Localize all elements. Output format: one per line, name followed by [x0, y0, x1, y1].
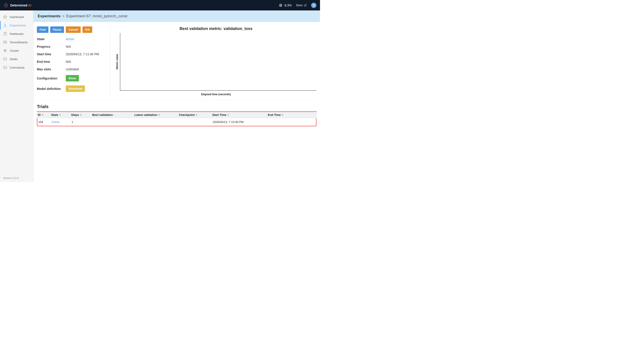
col-state[interactable]: State⇅	[51, 113, 71, 116]
trials-table-header: ID⇅ State⇅ Steps⇅ Best validation↓ Lates…	[37, 112, 317, 118]
chart-plot-area	[120, 33, 316, 90]
graph-icon	[3, 40, 7, 44]
cell-state: Active	[52, 120, 59, 124]
col-checkpoint[interactable]: Checkpoint⇅	[179, 113, 212, 116]
svg-marker-19	[4, 15, 7, 18]
topbar: Determined AI 8.3% Docs D	[0, 0, 320, 10]
end-time-value: N/A	[66, 60, 106, 64]
external-link-icon	[304, 4, 307, 7]
max-slots-label: Max slots	[37, 68, 66, 71]
logo-icon	[4, 3, 9, 8]
experiment-info-panel: Fork Pause Cancel Kill State Active Prog…	[37, 26, 110, 96]
pause-button[interactable]: Pause	[50, 26, 64, 33]
version-label: Version 0.12.0	[0, 174, 33, 182]
sort-icon: ⇅	[158, 114, 160, 116]
sidebar-item-label: Shells	[10, 58, 18, 61]
shell-icon: sh›	[3, 57, 7, 61]
svg-rect-25	[5, 50, 6, 51]
breadcrumb-current: Experiment 67: mnist_pytorch_const	[66, 14, 127, 18]
col-steps[interactable]: Steps⇅	[71, 113, 92, 116]
brand-logo[interactable]: Determined AI	[4, 3, 31, 8]
avatar-initial: D	[313, 4, 315, 7]
table-row[interactable]: 104 Active 1 2020/04/13, 7:13:40 PM	[37, 118, 316, 126]
configuration-label: Configuration	[37, 76, 66, 80]
star-icon	[3, 15, 7, 19]
fork-button[interactable]: Fork	[37, 26, 49, 33]
svg-rect-24	[4, 50, 6, 52]
trials-table-body: 104 Active 1 2020/04/13, 7:13:40 PM	[37, 118, 316, 126]
sort-down-icon: ↓	[114, 114, 115, 116]
trials-heading: Trials	[37, 104, 316, 109]
col-latest-validation[interactable]: Latest validation⇅	[134, 113, 179, 116]
cell-best-validation	[93, 120, 135, 124]
chart-panel: Best validation metric: validation_loss …	[110, 26, 316, 96]
svg-point-3	[4, 5, 5, 6]
sort-icon: ⇅	[59, 114, 61, 116]
sidebar: Dashboard Experiments Notebooks TensorBo…	[0, 10, 33, 182]
svg-point-7	[6, 6, 7, 7]
state-label: State	[37, 37, 66, 41]
sidebar-item-commands[interactable]: Commands	[0, 63, 33, 72]
col-id[interactable]: ID⇅	[38, 113, 51, 116]
col-end-time[interactable]: End Time⇅	[268, 113, 306, 116]
sidebar-item-label: Dashboard	[10, 15, 24, 19]
sidebar-item-tensorboards[interactable]: TensorBoards	[0, 38, 33, 46]
sidebar-item-label: Cluster	[10, 49, 19, 52]
show-config-button[interactable]: Show	[66, 75, 79, 82]
svg-rect-9	[280, 5, 281, 6]
cell-latest-validation	[135, 120, 179, 124]
cancel-button[interactable]: Cancel	[66, 26, 81, 33]
main-content: Experiments > Experiment 67: mnist_pytor…	[33, 10, 320, 182]
sort-icon: ⇅	[42, 114, 43, 116]
download-model-button[interactable]: Download	[66, 86, 85, 92]
breadcrumb-root[interactable]: Experiments	[38, 14, 60, 18]
chip-icon	[3, 48, 7, 52]
sidebar-item-experiments[interactable]: Experiments	[0, 21, 33, 30]
flask-icon	[3, 23, 7, 27]
cell-checkpoint	[179, 120, 213, 124]
col-start-time[interactable]: Start Time⇅	[212, 113, 268, 116]
terminal-icon	[3, 66, 7, 70]
progress-value: N/A	[66, 45, 106, 48]
svg-rect-8	[280, 4, 282, 6]
svg-rect-20	[4, 32, 7, 35]
svg-point-1	[6, 3, 7, 4]
svg-point-6	[5, 6, 6, 7]
svg-text:sh›: sh›	[4, 58, 6, 60]
chart-y-axis-label: Metric value	[116, 54, 119, 69]
sidebar-item-label: TensorBoards	[10, 40, 28, 44]
chart-title: Best validation metric: validation_loss	[116, 26, 316, 31]
state-value: Active	[66, 37, 74, 41]
cell-steps: 1	[72, 120, 93, 124]
cluster-usage-badge[interactable]: 8.3%	[279, 3, 292, 7]
svg-point-5	[7, 5, 8, 6]
svg-point-2	[7, 4, 8, 5]
svg-rect-28	[4, 66, 7, 69]
start-time-value: 2020/04/13, 7:11:40 PM	[66, 52, 106, 56]
col-best-validation[interactable]: Best validation↓	[92, 113, 134, 116]
sort-icon: ⇅	[282, 114, 283, 116]
model-definition-label: Model definition	[37, 87, 66, 90]
docs-link[interactable]: Docs	[296, 4, 307, 7]
chart-x-axis-label: Elapsed time (seconds)	[116, 93, 316, 96]
sort-icon: ⇅	[80, 114, 82, 116]
cell-id: 104	[38, 120, 52, 124]
svg-point-0	[5, 4, 5, 4]
sidebar-item-dashboard[interactable]: Dashboard	[0, 13, 33, 21]
svg-point-4	[6, 5, 7, 6]
sidebar-item-notebooks[interactable]: Notebooks	[0, 30, 33, 38]
start-time-label: Start time	[37, 52, 66, 56]
sidebar-item-label: Experiments	[10, 24, 26, 27]
brand-name: Determined AI	[10, 4, 31, 7]
notebook-icon	[3, 32, 7, 36]
sidebar-item-shells[interactable]: sh› Shells	[0, 55, 33, 63]
cluster-usage-value: 8.3%	[284, 4, 292, 7]
sidebar-item-cluster[interactable]: Cluster	[0, 46, 33, 55]
progress-label: Progress	[37, 45, 66, 48]
kill-button[interactable]: Kill	[82, 26, 92, 33]
svg-line-18	[305, 4, 306, 6]
breadcrumb: Experiments > Experiment 67: mnist_pytor…	[33, 10, 320, 22]
avatar[interactable]: D	[311, 3, 316, 8]
cell-end-time	[268, 120, 306, 124]
sidebar-item-label: Notebooks	[10, 32, 24, 36]
